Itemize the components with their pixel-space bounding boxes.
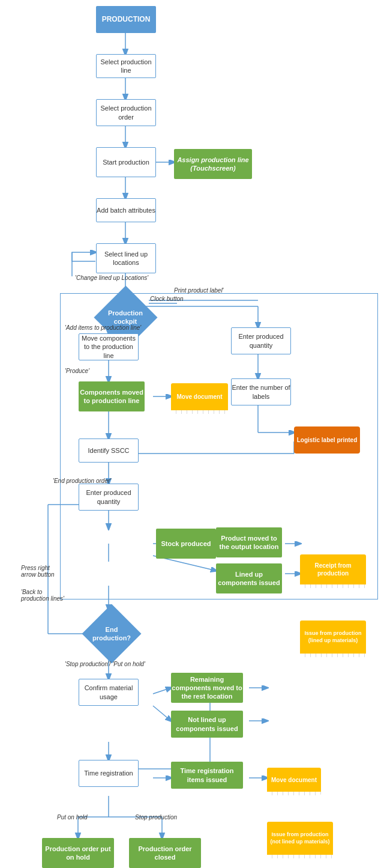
move-document2-box: Move document <box>267 768 321 792</box>
prod-order-closed-box: Production order closed <box>129 838 201 868</box>
start-production-box: Start production <box>96 147 156 177</box>
production-start-box: PRODUCTION <box>96 6 156 33</box>
confirm-material-box: Confirm material usage <box>79 679 139 706</box>
move-components-box: Move components to the production line <box>79 333 139 360</box>
time-reg-issued-box: Time registration items issued <box>171 762 243 789</box>
logistic-label-box: Logistic label printed <box>294 426 360 454</box>
stop-prod2-label: Stop production <box>135 814 177 821</box>
produce-label: 'Produce' <box>65 368 89 374</box>
assign-production-line-box: Assign production line (Touchscreen) <box>174 149 252 179</box>
print-label-label: Print product label' <box>174 287 224 294</box>
receipt-production-box: Receipt from production <box>300 554 366 584</box>
add-batch-attributes-box: Add batch attributes <box>96 198 156 222</box>
clock-button-label: Clock button <box>150 296 184 302</box>
select-lined-locations-box: Select lined up locations <box>96 243 156 273</box>
issue-production2-box: Issue from production (not lined up mate… <box>267 822 333 855</box>
not-lined-box: Not lined up components issued <box>171 711 243 738</box>
svg-line-34 <box>153 688 171 694</box>
stop-production-label: 'Stop production'/ 'Put on hold' <box>65 661 145 667</box>
product-moved-box: Product moved to the output location <box>216 527 282 557</box>
change-lined-label: 'Change lined up Locations' <box>75 275 148 281</box>
put-on-hold-label: Put on hold <box>57 814 88 821</box>
back-to-lines-label: 'Back to production lines' <box>21 589 66 602</box>
enter-produced-qty-box: Enter produced quantity <box>231 327 291 354</box>
time-registration-box: Time registration <box>79 760 139 787</box>
press-right-label: Press right arrow button <box>21 565 63 578</box>
svg-line-35 <box>153 706 171 721</box>
move-document-box: Move document <box>171 383 228 410</box>
end-production-diamond: End production? <box>85 607 139 661</box>
components-moved-box: Components moved to production line <box>79 381 145 411</box>
select-production-line-box: Select production line <box>96 54 156 78</box>
select-production-order-box: Select production order <box>96 99 156 126</box>
flowchart: PRODUCTION Select production line Select… <box>0 0 384 868</box>
enter-labels-box: Enter the number of labels <box>231 378 291 405</box>
identify-sscc-box: Identify SSCC <box>79 439 139 463</box>
lined-components-box: Lined up components issued <box>216 563 282 593</box>
remaining-components-box: Remaining components moved to the rest l… <box>171 673 243 703</box>
issue-production-box: Issue from production (lined up material… <box>300 621 366 654</box>
add-items-label: 'Add items to production line' <box>65 324 141 331</box>
prod-order-hold-box: Production order put on hold <box>42 838 114 868</box>
stock-produced-box: Stock produced <box>156 529 216 559</box>
enter-produced-qty2-box: Enter produced quantity <box>79 484 139 511</box>
